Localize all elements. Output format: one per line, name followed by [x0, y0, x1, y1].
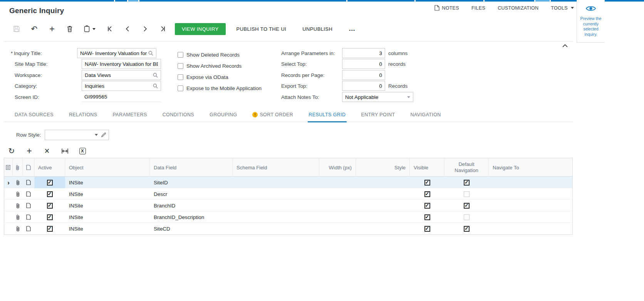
data-field-cell[interactable]: BranchID	[150, 200, 233, 211]
row-attachment-button[interactable]	[13, 200, 23, 211]
tab-entry-point[interactable]: ENTRY POINT	[361, 109, 396, 122]
col-header-object[interactable]: Object	[65, 158, 150, 177]
default-navigation-checkbox[interactable]	[464, 191, 470, 197]
grid-row-sitecd[interactable]: INSite SiteCD	[4, 223, 572, 234]
navigate-to-cell[interactable]	[489, 188, 572, 200]
attachments-column-header[interactable]	[13, 158, 23, 177]
visible-checkbox[interactable]	[424, 191, 430, 197]
default-navigation-checkbox[interactable]	[464, 214, 470, 220]
navigate-to-cell[interactable]	[489, 177, 572, 188]
data-field-cell[interactable]: Descr	[150, 188, 233, 200]
more-actions-button[interactable]: …	[343, 22, 361, 36]
width-cell[interactable]	[319, 188, 356, 200]
publish-to-ui-button[interactable]: PUBLISH TO THE UI	[231, 23, 292, 35]
visible-checkbox[interactable]	[424, 180, 430, 186]
delete-row-button[interactable]: ×	[41, 145, 53, 157]
attach-notes-to-dropdown[interactable]: Not Applicable	[342, 92, 413, 102]
navigate-to-cell[interactable]	[489, 223, 572, 234]
magnifier-icon[interactable]	[153, 73, 158, 78]
style-cell[interactable]	[356, 177, 410, 188]
files-button[interactable]: FILES	[471, 5, 485, 11]
col-header-style[interactable]: Style	[356, 158, 410, 177]
add-row-button[interactable]: +	[23, 145, 35, 157]
navigate-to-cell[interactable]	[489, 211, 572, 223]
visible-checkbox[interactable]	[424, 214, 430, 220]
grid-row-descr[interactable]: INSite Descr	[4, 188, 572, 200]
default-navigation-checkbox[interactable]	[464, 180, 470, 186]
magnifier-icon[interactable]	[148, 51, 153, 56]
inquiry-title-field[interactable]: NAW- Inventory Valuation for	[77, 48, 156, 58]
width-cell[interactable]	[319, 223, 356, 234]
navigate-to-cell[interactable]	[489, 200, 572, 211]
style-cell[interactable]	[356, 223, 410, 234]
workspace-field[interactable]: Data Views	[82, 70, 161, 80]
grid-row-branchid[interactable]: INSite BranchID	[4, 200, 572, 211]
row-note-button[interactable]	[23, 211, 34, 223]
schema-field-cell[interactable]	[233, 211, 319, 223]
show-archived-records-checkbox[interactable]	[178, 63, 183, 69]
tab-navigation[interactable]: NAVIGATION	[410, 109, 442, 122]
tools-menu-button[interactable]: TOOLS	[551, 5, 574, 11]
active-checkbox[interactable]	[47, 180, 53, 186]
copy-paste-button[interactable]	[79, 23, 101, 35]
notes-button[interactable]: NOTES	[434, 5, 459, 11]
collapse-form-button[interactable]	[562, 44, 568, 48]
row-note-button[interactable]	[23, 188, 34, 200]
tab-conditions[interactable]: CONDITIONS	[162, 109, 195, 122]
select-top-field[interactable]: 0	[342, 59, 385, 69]
next-record-button[interactable]	[136, 23, 154, 35]
add-record-button[interactable]: +	[43, 23, 61, 35]
records-per-page-field[interactable]: 0	[342, 70, 385, 80]
row-attachment-button[interactable]	[13, 223, 23, 234]
view-inquiry-button[interactable]: VIEW INQUIRY	[175, 23, 226, 35]
col-header-active[interactable]: Active	[34, 158, 65, 177]
category-field[interactable]: Inquiries	[82, 81, 161, 91]
object-cell[interactable]: INSite	[65, 177, 150, 188]
visible-checkbox[interactable]	[424, 226, 430, 232]
data-field-cell[interactable]: SiteCD	[150, 223, 233, 234]
show-deleted-records-checkbox[interactable]	[178, 52, 183, 58]
schema-field-cell[interactable]	[233, 177, 319, 188]
object-cell[interactable]: INSite	[65, 200, 150, 211]
col-header-data-field[interactable]: Data Field	[150, 158, 233, 177]
data-field-cell[interactable]: SiteID	[150, 177, 233, 188]
style-cell[interactable]	[356, 200, 410, 211]
tab-sort-order[interactable]: ! SORT ORDER	[252, 109, 294, 122]
row-note-button[interactable]	[23, 223, 34, 234]
first-record-button[interactable]	[101, 23, 119, 35]
tab-data-sources[interactable]: DATA SOURCES	[14, 109, 54, 122]
site-map-title-field[interactable]: NAW- Inventory Valuation for BE	[82, 59, 161, 69]
pencil-icon[interactable]	[101, 132, 106, 137]
data-field-cell[interactable]: BranchID_Description	[150, 211, 233, 223]
object-cell[interactable]: INSite	[65, 188, 150, 200]
previous-record-button[interactable]	[119, 23, 136, 35]
undo-button[interactable]: ↶	[25, 23, 43, 35]
col-header-navigate-to[interactable]: Navigate To	[489, 158, 572, 177]
row-note-button[interactable]	[23, 200, 34, 211]
preview-eye-button[interactable]	[585, 5, 596, 12]
tab-grouping[interactable]: GROUPING	[209, 109, 238, 122]
width-cell[interactable]	[319, 211, 356, 223]
style-cell[interactable]	[356, 211, 410, 223]
col-header-schema-field[interactable]: Schema Field	[233, 158, 319, 177]
active-checkbox[interactable]	[47, 214, 53, 220]
visible-checkbox[interactable]	[424, 203, 430, 209]
tab-results-grid[interactable]: RESULTS GRID	[308, 109, 346, 122]
expose-to-mobile-checkbox[interactable]	[178, 85, 183, 91]
col-header-visible[interactable]: Visible	[410, 158, 444, 177]
last-record-button[interactable]	[154, 23, 172, 35]
width-cell[interactable]	[319, 200, 356, 211]
unpublish-button[interactable]: UNPUBLISH	[297, 23, 338, 35]
style-cell[interactable]	[356, 188, 410, 200]
notes-column-header[interactable]	[23, 158, 34, 177]
delete-record-button[interactable]	[61, 23, 79, 35]
grid-settings-button[interactable]	[4, 158, 13, 177]
row-attachment-button[interactable]	[13, 211, 23, 223]
customization-button[interactable]: CUSTOMIZATION	[498, 5, 538, 11]
refresh-button[interactable]: ↻	[5, 145, 18, 157]
row-attachment-button[interactable]	[13, 188, 23, 200]
export-top-field[interactable]: 0	[342, 81, 385, 91]
col-header-width[interactable]: Width (px)	[319, 158, 356, 177]
active-checkbox[interactable]	[47, 203, 53, 209]
default-navigation-checkbox[interactable]	[464, 203, 470, 209]
